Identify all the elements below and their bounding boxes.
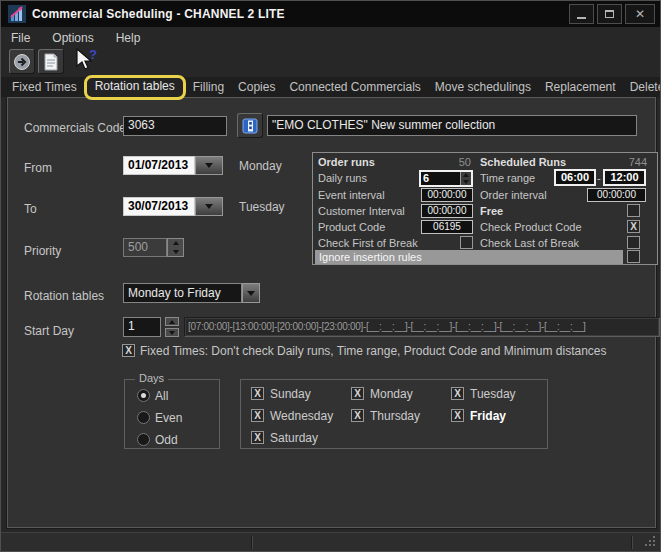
- tab-copies[interactable]: Copies: [231, 77, 282, 97]
- fixed-times-note: Fixed Times: Don't check Daily runs, Tim…: [140, 344, 606, 358]
- status-bar-divider: [631, 536, 633, 549]
- go-icon: [13, 53, 31, 71]
- days-all-radio[interactable]: [137, 389, 150, 402]
- priority-input[interactable]: 500: [123, 238, 167, 257]
- start-day-label: Start Day: [24, 324, 74, 338]
- check-first-of-break-label: Check First of Break: [318, 237, 418, 249]
- check-last-of-break-label: Check Last of Break: [480, 237, 579, 249]
- tuesday-checkbox[interactable]: X: [451, 387, 464, 400]
- to-date-dropdown-button[interactable]: [195, 197, 223, 216]
- ignore-insertion-rules-checkbox[interactable]: [627, 250, 640, 263]
- start-day-down-button[interactable]: [165, 328, 179, 337]
- daily-runs-label: Daily runs: [318, 172, 367, 184]
- spin-up-icon: [169, 320, 175, 324]
- tab-move-schedulings[interactable]: Move schedulings: [428, 77, 538, 97]
- order-interval-input[interactable]: 00:00:00: [587, 188, 646, 202]
- tab-fixed-times[interactable]: Fixed Times: [5, 77, 84, 97]
- order-runs-value: 50: [413, 156, 471, 168]
- commercials-code-label: Commercials Code: [24, 121, 126, 135]
- menu-file[interactable]: File: [11, 31, 30, 45]
- check-product-code-label: Check Product Code: [480, 221, 582, 233]
- wednesday-checkbox[interactable]: X: [251, 409, 264, 422]
- commercials-code-input[interactable]: 3063: [123, 116, 227, 136]
- check-last-of-break-checkbox[interactable]: [627, 236, 640, 249]
- start-day-up-button[interactable]: [165, 317, 179, 326]
- spin-up-icon: [173, 241, 179, 245]
- free-checkbox[interactable]: [627, 204, 640, 217]
- days-odd-radio[interactable]: [137, 433, 150, 446]
- rotation-tables-dropdown-button[interactable]: [242, 283, 260, 303]
- maximize-button[interactable]: [597, 4, 622, 24]
- days-even-radio[interactable]: [137, 411, 150, 424]
- spin-down-icon: [169, 331, 175, 335]
- saturday-checkbox[interactable]: X: [251, 431, 264, 444]
- rotation-tables-value: Monday to Friday: [123, 283, 242, 303]
- tab-connected-commercials[interactable]: Connected Commercials: [282, 77, 427, 97]
- daily-runs-spinner[interactable]: 6: [419, 170, 473, 187]
- close-button[interactable]: ✕: [625, 4, 655, 24]
- rotation-tables-label: Rotation tables: [24, 289, 104, 303]
- title-bar: Commercial Scheduling - CHANNEL 2 LITE ✕: [1, 1, 660, 27]
- toolbar: ?: [1, 48, 660, 77]
- free-label: Free: [480, 205, 503, 217]
- days-all-label: All: [155, 389, 168, 403]
- minimize-button[interactable]: [569, 4, 594, 24]
- tab-filling[interactable]: Filling: [186, 77, 231, 97]
- from-date-dropdown-button[interactable]: [195, 156, 223, 175]
- sunday-checkbox[interactable]: X: [251, 387, 264, 400]
- customer-interval-input[interactable]: 00:00:00: [421, 204, 473, 218]
- days-group-label: Days: [135, 372, 168, 384]
- chevron-down-icon: [205, 204, 213, 209]
- commercial-description-field[interactable]: "EMO CLOTHES" New summer collection: [267, 115, 637, 136]
- time-range-from-input[interactable]: 06:00: [554, 169, 596, 186]
- priority-label: Priority: [24, 244, 61, 258]
- tab-bar: Fixed Times Rotation tables Filling Copi…: [1, 77, 660, 97]
- app-icon: [8, 5, 26, 23]
- chevron-down-icon: [205, 163, 213, 168]
- event-interval-input[interactable]: 00:00:00: [421, 188, 473, 202]
- window-controls: ✕: [569, 4, 655, 24]
- tab-rotation-tables[interactable]: Rotation tables: [84, 75, 186, 100]
- product-code-input[interactable]: 06195: [421, 220, 473, 234]
- lookup-button[interactable]: [237, 113, 263, 138]
- window-title: Commercial Scheduling - CHANNEL 2 LITE: [32, 7, 285, 21]
- check-first-of-break-checkbox[interactable]: [460, 236, 473, 249]
- to-label: To: [24, 202, 37, 216]
- resize-grip[interactable]: [653, 544, 655, 546]
- tuesday-label: Tuesday: [470, 387, 516, 401]
- document-button[interactable]: [38, 49, 64, 74]
- tab-delete[interactable]: Delete: [623, 77, 661, 97]
- friday-label: Friday: [470, 409, 506, 423]
- friday-checkbox[interactable]: X: [451, 409, 464, 422]
- time-range-to-input[interactable]: 12:00: [603, 169, 646, 186]
- fixed-times-list-field[interactable]: [07:00:00]-[13:00:00]-[20:00:00]-[23:00:…: [184, 317, 660, 337]
- monday-checkbox[interactable]: X: [351, 387, 364, 400]
- menu-options[interactable]: Options: [52, 31, 93, 45]
- spin-up-icon: [463, 173, 469, 177]
- daily-runs-updown[interactable]: [460, 172, 471, 185]
- to-date-input[interactable]: 30/07/2013: [123, 197, 195, 216]
- priority-spinner[interactable]: [167, 238, 184, 257]
- menu-help[interactable]: Help: [116, 31, 141, 45]
- days-groupbox: Days All Even Odd: [124, 379, 220, 449]
- product-code-label: Product Code: [318, 221, 385, 233]
- thursday-checkbox[interactable]: X: [351, 409, 364, 422]
- fixed-times-checkbox[interactable]: X: [122, 344, 135, 357]
- scheduled-runs-value: 744: [585, 156, 647, 168]
- from-label: From: [24, 161, 52, 175]
- spin-down-icon: [173, 250, 179, 254]
- from-date-input[interactable]: 01/07/2013: [123, 156, 195, 175]
- tab-replacement[interactable]: Replacement: [538, 77, 623, 97]
- rotation-tables-dropdown[interactable]: Monday to Friday: [123, 283, 260, 303]
- menu-bar: File Options Help: [1, 27, 660, 48]
- maximize-icon: [605, 10, 614, 18]
- go-button[interactable]: [9, 49, 35, 74]
- check-product-code-checkbox[interactable]: X: [627, 220, 640, 233]
- time-range-separator: -: [597, 172, 601, 184]
- start-day-input[interactable]: 1: [123, 317, 161, 337]
- daily-runs-value: 6: [421, 172, 460, 185]
- ignore-insertion-rules-row[interactable]: Ignore insertion rules: [315, 250, 623, 264]
- customer-interval-label: Customer Interval: [318, 205, 405, 217]
- weekday-checkbox-group: X Sunday X Monday X Tuesday X Wednesday …: [240, 379, 548, 449]
- status-bar: [1, 532, 660, 551]
